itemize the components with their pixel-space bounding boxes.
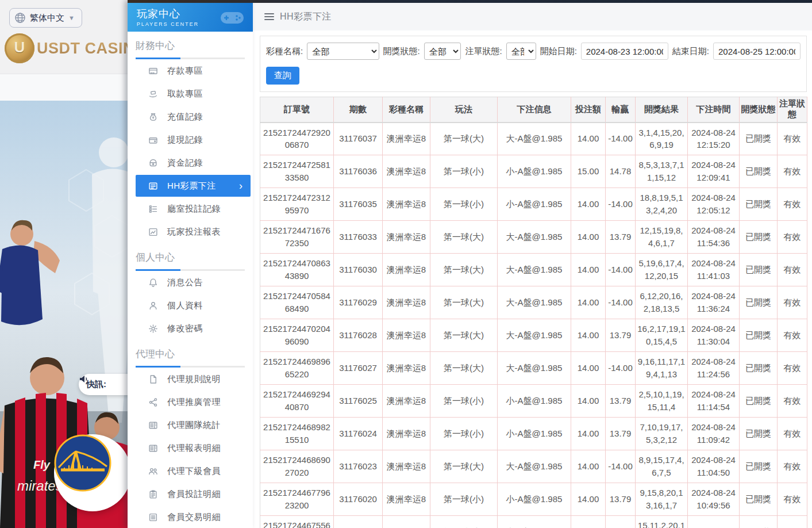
- wallet-icon: [148, 135, 158, 145]
- sidebar-item-label: 代理報表明細: [167, 443, 221, 454]
- newspaper-icon: [148, 420, 158, 430]
- cell-order-status: 有效: [778, 123, 807, 155]
- svg-text:Fly: Fly: [33, 458, 51, 471]
- cell-draw-status: 已開獎: [740, 385, 778, 418]
- sidebar-item-玩家投注報表[interactable]: 玩家投注報表: [128, 220, 253, 243]
- cell-order-status: 有效: [778, 188, 807, 221]
- table-row: 215217244705846849031176029澳洲幸运8第一球(大)大-…: [260, 286, 807, 319]
- sidebar-item-代理報表明細[interactable]: 代理報表明細: [128, 437, 253, 460]
- cell-bet-time: 2024-08-24 10:49:56: [688, 483, 740, 516]
- cell-lottery-name: 澳洲幸运8: [383, 286, 430, 319]
- cell-draw-status: 已開獎: [740, 516, 778, 528]
- cell-bet-info: 小-A盤@1.985: [498, 483, 571, 516]
- cell-order-no: 2152172447231295970: [260, 188, 334, 221]
- cell-win-loss: -14.00: [606, 188, 636, 221]
- cell-win-loss: 14.78: [606, 155, 636, 188]
- section-heading-label: 代理中心: [136, 347, 245, 362]
- sidebar-section-heading: 代理中心: [128, 340, 253, 368]
- cell-period: 31176024: [334, 418, 383, 450]
- sidebar-item-個人資料[interactable]: 個人資料: [128, 294, 253, 317]
- column-header-bet-amount: 投注額: [571, 97, 606, 123]
- purse-icon: [148, 158, 158, 168]
- share-icon: [148, 397, 158, 407]
- lottery-list-icon: [148, 181, 158, 191]
- end-date-label: 結束日期:: [672, 46, 709, 57]
- bets-table: 訂單號期數彩種名稱玩法下注信息投注額輸贏開獎結果下注時間開獎狀態注單狀態 215…: [260, 97, 807, 528]
- table-row: 215217244723129597031176035澳洲幸运8第一球(小)小-…: [260, 188, 807, 221]
- cell-win-loss: 13.79: [606, 483, 636, 516]
- cell-draw-status: 已開獎: [740, 123, 778, 155]
- cell-bet-time: 2024-08-24 12:05:12: [688, 188, 740, 221]
- sidebar-header: 玩家中心 PLAYERS CENTER: [128, 3, 253, 32]
- sidebar-item-修改密碼[interactable]: 修改密碼: [128, 317, 253, 340]
- withdraw-hand-icon: [148, 89, 158, 99]
- sidebar-item-label: 代理推廣管理: [167, 397, 221, 408]
- sidebar-item-label: 取款專區: [167, 89, 203, 100]
- site-logo-text: USDT CASINO: [37, 40, 128, 58]
- table-row: 215217244692944087031176025澳洲幸运8第一球(小)小-…: [260, 385, 807, 418]
- cell-bet-amount: 14.00: [571, 516, 606, 528]
- caret-down-icon: ▼: [68, 14, 75, 21]
- lottery-select[interactable]: 全部: [307, 43, 379, 60]
- language-selector[interactable]: 繁体中文 ▼: [9, 8, 82, 28]
- hamburger-menu-icon[interactable]: [264, 13, 274, 20]
- sidebar-item-取款專區[interactable]: 取款專區: [128, 82, 253, 105]
- sidebar-item-代理規則說明[interactable]: 代理規則說明: [128, 368, 253, 391]
- sidebar-item-充值記錄[interactable]: 充值記錄: [128, 105, 253, 128]
- cell-lottery-name: 澳洲幸运8: [383, 385, 430, 418]
- document-icon: [148, 374, 158, 384]
- end-date-input[interactable]: [713, 43, 801, 60]
- sidebar-item-資金記錄[interactable]: 資金記錄: [128, 151, 253, 174]
- sidebar-item-label: 提現記錄: [167, 135, 203, 146]
- column-header-period: 期數: [334, 97, 383, 123]
- cell-lottery-name: 澳洲幸运8: [383, 483, 430, 516]
- cell-bet-info: 大-A盤@1.985: [498, 319, 571, 352]
- sidebar-item-提現記錄[interactable]: 提現記錄: [128, 128, 253, 151]
- cell-bet-time: 2024-08-24 11:30:04: [688, 319, 740, 352]
- sidebar-item-廳室投註記錄[interactable]: 廳室投註記錄: [128, 197, 253, 220]
- cell-order-status: 有效: [778, 286, 807, 319]
- section-heading-label: 個人中心: [136, 250, 245, 265]
- checklist-icon: [148, 204, 158, 214]
- speaker-icon: [79, 374, 89, 384]
- cell-order-no: 2152172446989665220: [260, 352, 334, 385]
- site-logo[interactable]: U USDT CASINO: [5, 33, 128, 63]
- sidebar-item-代理下級會員[interactable]: 代理下級會員: [128, 460, 253, 483]
- sidebar-item-代理團隊統計[interactable]: 代理團隊統計: [128, 414, 253, 437]
- cell-play-type: 第一球(大): [430, 286, 498, 319]
- cell-bet-info: 大-A盤@1.985: [498, 254, 571, 286]
- sidebar-item-代理推廣管理[interactable]: 代理推廣管理: [128, 391, 253, 414]
- cell-bet-amount: 14.00: [571, 188, 606, 221]
- sidebar-item-存款專區[interactable]: 存款專區: [128, 59, 253, 82]
- usdt-coin-icon: U: [5, 33, 34, 63]
- start-date-input[interactable]: [581, 43, 668, 60]
- cell-bet-amount: 14.00: [571, 286, 606, 319]
- cell-order-no: 2152172446898215510: [260, 418, 334, 450]
- cell-play-type: 第一球(大): [430, 123, 498, 155]
- cell-order-status: 有效: [778, 516, 807, 528]
- cell-bet-time: 2024-08-24 11:04:50: [688, 450, 740, 483]
- sidebar-item-消息公告[interactable]: 消息公告: [128, 271, 253, 294]
- cell-draw-result: 9,16,11,17,19,4,1,13: [636, 352, 688, 385]
- cell-bet-amount: 14.00: [571, 418, 606, 450]
- table-header-row: 訂單號期數彩種名稱玩法下注信息投注額輸贏開獎結果下注時間開獎狀態注單狀態: [260, 97, 807, 123]
- cell-bet-info: 大-A盤@1.985: [498, 286, 571, 319]
- sidebar-item-HH彩票下注[interactable]: HH彩票下注›: [136, 175, 251, 197]
- floating-team-logo-button[interactable]: [54, 434, 128, 511]
- order-status-select[interactable]: 全部: [506, 43, 536, 60]
- sidebar-item-label: 會員交易明細: [167, 512, 221, 523]
- cell-period: 31176023: [334, 450, 383, 483]
- sidebar-item-會員交易明細[interactable]: 會員交易明細: [128, 506, 253, 528]
- table-row: 215217244725813358031176036澳洲幸运8第一球(小)小-…: [260, 155, 807, 188]
- sidebar-item-會員投註明細[interactable]: 會員投註明細: [128, 483, 253, 506]
- cell-draw-status: 已開獎: [740, 286, 778, 319]
- sidebar-section-heading: 財務中心: [128, 32, 253, 59]
- sidebar-item-label: 個人資料: [167, 300, 203, 311]
- column-header-draw-status: 開獎狀態: [740, 97, 778, 123]
- cell-bet-info: 小-A盤@1.985: [498, 385, 571, 418]
- cell-order-status: 有效: [778, 155, 807, 188]
- cell-win-loss: 13.79: [606, 385, 636, 418]
- search-button[interactable]: 查詢: [266, 67, 299, 85]
- cell-order-status: 有效: [778, 418, 807, 450]
- draw-status-select[interactable]: 全部: [424, 43, 461, 60]
